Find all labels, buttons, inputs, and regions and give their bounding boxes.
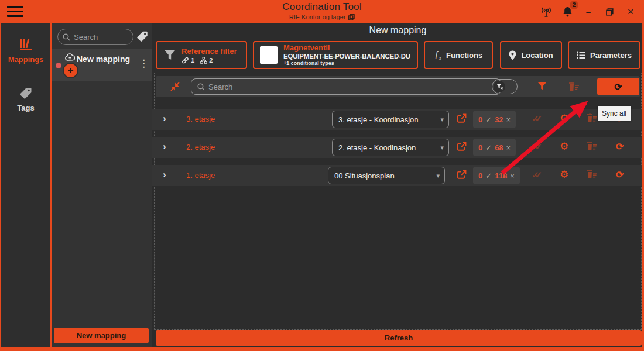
functions-label: Functions <box>446 51 482 60</box>
cloud-upload-icon <box>65 53 75 61</box>
target-view-value: 00 Situasjonsplan <box>334 171 395 180</box>
type-conditional-note: +1 conditional types <box>283 60 410 66</box>
open-view-icon[interactable] <box>457 170 467 180</box>
fail-count: 32 <box>495 115 503 124</box>
target-view-dropdown[interactable]: 2. etasje - Koodinasjon ▾ <box>332 139 449 156</box>
cross-icon: × <box>506 143 511 152</box>
sidebar-search[interactable] <box>57 29 133 45</box>
nav-item-tags[interactable]: Tags <box>1 79 50 119</box>
broadcast-icon[interactable] <box>537 3 555 20</box>
page-title: New mapping <box>152 25 643 36</box>
open-view-icon[interactable] <box>457 142 467 152</box>
row-name: 2. etasje <box>186 143 215 152</box>
expand-chevron-icon[interactable]: › <box>163 141 166 153</box>
refresh-button[interactable]: Refresh <box>156 330 642 346</box>
accept-all-icon[interactable]: ✓✓ <box>532 113 549 124</box>
parameters-button[interactable]: Parameters <box>568 41 640 69</box>
sidebar-search-input[interactable] <box>74 33 126 42</box>
target-view-dropdown[interactable]: 3. etasje - Koordinasjon ▾ <box>332 111 449 128</box>
tag-icon <box>19 86 33 100</box>
link-icon <box>181 57 189 64</box>
type-count: 2 <box>209 57 213 64</box>
close-button[interactable]: × <box>622 3 639 20</box>
expand-chevron-icon[interactable]: › <box>163 169 166 181</box>
fail-count: 118 <box>495 171 507 180</box>
cross-icon: × <box>510 171 515 180</box>
type-card-button[interactable]: Magnetventil EQUIPMENT-EE-POWER-BALANCED… <box>253 41 418 69</box>
reference-filter-label: Reference filter <box>181 47 237 56</box>
nav-rail: Mappings Tags <box>1 23 50 347</box>
mappings-sidebar: New mapping + ⋮ New mapping <box>52 23 152 347</box>
type-code: EQUIPMENT-EE-POWER-BALANCED-DU <box>283 53 410 60</box>
check-icon: ✓ <box>485 115 492 124</box>
ok-count: 0 <box>478 143 482 152</box>
ok-count: 0 <box>478 115 482 124</box>
row-search-input[interactable] <box>208 82 478 91</box>
restore-window-button[interactable] <box>601 3 618 20</box>
location-label: Location <box>521 51 553 60</box>
row-name: 1. etasje <box>186 171 215 180</box>
result-badge: 0✓ 118× <box>473 167 520 184</box>
search-icon <box>197 83 205 91</box>
funnel-icon <box>164 50 176 60</box>
row-delete-sweep-icon[interactable] <box>587 170 598 179</box>
mapping-list-item[interactable]: New mapping + ⋮ <box>52 49 152 81</box>
row-sync-icon[interactable]: ⟳ <box>616 169 624 180</box>
check-icon: ✓ <box>485 143 492 152</box>
location-button[interactable]: Location <box>500 41 562 69</box>
mapping-toolbar: ⟳ <box>156 76 640 97</box>
parameters-list-icon <box>577 51 585 59</box>
row-settings-gear-icon[interactable]: ⚙ <box>560 168 568 181</box>
row-name: 3. etasje <box>186 115 215 123</box>
row-delete-sweep-icon[interactable] <box>587 113 598 123</box>
nav-item-mappings[interactable]: Mappings <box>1 30 50 71</box>
row-sync-icon[interactable]: ⟳ <box>616 141 624 152</box>
notification-badge: 2 <box>570 1 578 9</box>
row-settings-gear-icon[interactable]: ⚙ <box>560 140 568 153</box>
mapping-item-menu-icon[interactable]: ⋮ <box>139 57 149 70</box>
mapping-row: › 3. etasje 3. etasje - Koordinasjon ▾ 0… <box>152 109 643 130</box>
notifications-bell-icon[interactable]: 2 <box>559 3 576 20</box>
type-color-swatch <box>260 46 278 64</box>
type-title: Magnetventil <box>283 44 410 53</box>
accept-all-icon[interactable]: ✓✓ <box>532 142 549 152</box>
nav-tags-label: Tags <box>17 104 34 112</box>
add-mapping-row-button[interactable]: + <box>64 64 77 77</box>
result-badge: 0✓ 68× <box>473 139 516 156</box>
row-delete-sweep-icon[interactable] <box>587 142 598 151</box>
open-view-icon[interactable] <box>457 113 467 123</box>
ok-count: 0 <box>478 171 482 180</box>
chevron-down-icon: ▾ <box>436 172 440 180</box>
mapping-item-label: New mapping <box>77 54 130 64</box>
delete-filters-icon[interactable] <box>568 82 580 91</box>
target-view-value: 3. etasje - Koordinasjon <box>338 115 419 124</box>
link-count: 1 <box>191 57 194 64</box>
copy-icon[interactable] <box>348 14 355 20</box>
mapping-row: › 2. etasje 2. etasje - Koodinasjon ▾ 0✓… <box>152 137 643 158</box>
check-icon: ✓ <box>485 171 492 180</box>
chevron-down-icon: ▾ <box>440 116 444 123</box>
unsaved-dot <box>56 63 61 68</box>
main-panel: New mapping Reference filter 1 2 <box>152 23 643 347</box>
fx-icon: ƒx <box>434 50 441 61</box>
filter-rows-icon[interactable] <box>537 82 547 91</box>
new-mapping-button[interactable]: New mapping <box>54 328 149 343</box>
collapse-all-icon[interactable] <box>170 81 180 92</box>
fail-count: 68 <box>495 143 503 152</box>
row-search[interactable] <box>191 78 501 95</box>
row-settings-gear-icon[interactable]: ⚙ <box>560 112 568 125</box>
minimize-button[interactable]: – <box>580 3 597 20</box>
expand-chevron-icon[interactable]: › <box>163 113 166 125</box>
filter-toggle[interactable] <box>492 79 518 94</box>
project-name: RIE Kontor og lager <box>289 13 346 20</box>
target-view-dropdown[interactable]: 00 Situasjonsplan ▾ <box>328 167 445 184</box>
sync-all-button[interactable]: ⟳ <box>597 78 639 95</box>
functions-button[interactable]: ƒx Functions <box>424 41 493 69</box>
reference-filter-button[interactable]: Reference filter 1 2 <box>156 41 247 69</box>
funnel-x-icon <box>496 83 503 90</box>
search-icon <box>63 33 70 41</box>
location-pin-icon <box>509 50 516 60</box>
chevron-down-icon: ▾ <box>440 144 444 152</box>
accept-all-icon[interactable]: ✓✓ <box>532 170 549 180</box>
filter-tags-icon[interactable] <box>136 30 149 43</box>
